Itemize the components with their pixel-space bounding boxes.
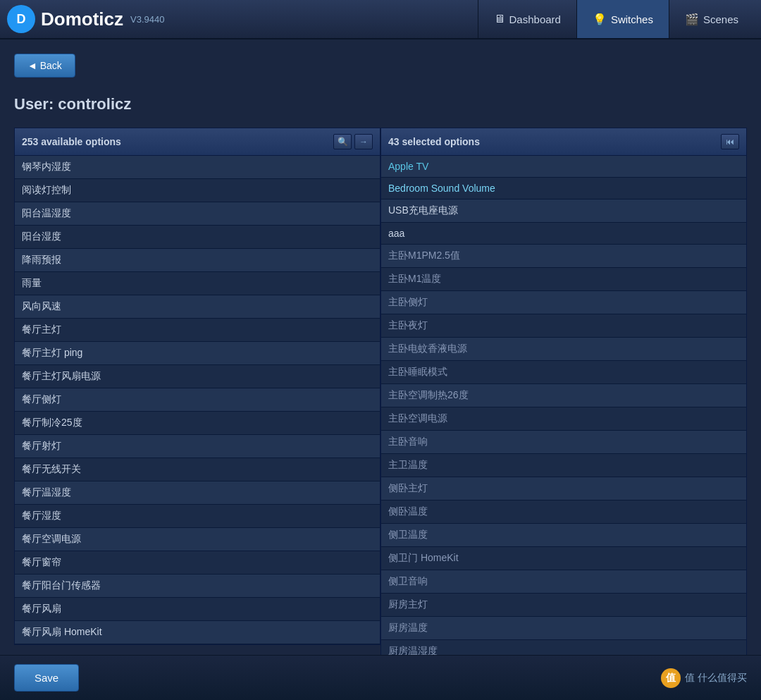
footer: Save 值 值 什么值得买: [0, 655, 761, 700]
list-item[interactable]: 侧卧主灯: [381, 477, 746, 501]
list-item[interactable]: 侧卫温度: [381, 524, 746, 547]
list-item[interactable]: 钢琴内湿度: [15, 156, 380, 179]
list-item[interactable]: 餐厅空调电源: [15, 528, 380, 551]
add-all-button[interactable]: →: [354, 134, 373, 149]
available-count: 253 available options: [22, 136, 121, 147]
scenes-icon: 🎬: [685, 13, 699, 26]
available-actions: 🔍 →: [333, 134, 373, 149]
list-item[interactable]: USB充电座电源: [381, 199, 746, 223]
main-content: ◄ Back User: controlicz 253 available op…: [0, 39, 761, 700]
lists-container: 253 available options 🔍 → 钢琴内湿度 阅读灯控制 阳台…: [14, 128, 747, 664]
list-item[interactable]: 主卧M1PM2.5值: [381, 245, 746, 268]
app-version: V3.9440: [130, 14, 164, 25]
list-item[interactable]: 主卧M1温度: [381, 268, 746, 291]
dashboard-icon: 🖥: [494, 13, 505, 25]
list-item[interactable]: 侧卫门 HomeKit: [381, 547, 746, 570]
list-item[interactable]: 餐厅主灯: [15, 319, 380, 342]
list-item[interactable]: 餐厅阳台门传感器: [15, 575, 380, 598]
list-item[interactable]: 餐厅无线开关: [15, 458, 380, 481]
app-name: Domoticz: [41, 8, 123, 30]
list-item[interactable]: 厨房主灯: [381, 594, 746, 617]
watermark-text: 值 什么值得买: [685, 672, 747, 684]
list-item[interactable]: 阳台温湿度: [15, 202, 380, 226]
first-icon: ⏮: [726, 137, 734, 147]
nav-tabs: 🖥 Dashboard 💡 Switches 🎬 Scenes: [478, 0, 754, 38]
list-item[interactable]: 主卧空调制热26度: [381, 384, 746, 407]
list-item[interactable]: 降雨预报: [15, 249, 380, 272]
available-panel: 253 available options 🔍 → 钢琴内湿度 阅读灯控制 阳台…: [14, 128, 380, 664]
selected-panel: 43 selected options ⏮ Apple TV Bedroom S…: [380, 128, 747, 664]
tab-scenes-label: Scenes: [703, 13, 738, 25]
available-list: 钢琴内湿度 阅读灯控制 阳台温湿度 阳台湿度 降雨预报 雨量 风向风速 餐厅主灯…: [14, 156, 380, 645]
list-item[interactable]: 风向风速: [15, 295, 380, 319]
watermark-icon: 值: [661, 668, 681, 688]
tab-dashboard[interactable]: 🖥 Dashboard: [478, 0, 576, 38]
logo-icon: D: [7, 5, 35, 33]
list-item[interactable]: 侧卧温度: [381, 501, 746, 524]
tab-switches-label: Switches: [611, 13, 653, 25]
list-item[interactable]: 主卧夜灯: [381, 314, 746, 338]
selected-list: Apple TV Bedroom Sound Volume USB充电座电源 a…: [380, 156, 747, 664]
list-item[interactable]: 主卫温度: [381, 454, 746, 477]
list-item[interactable]: 餐厅湿度: [15, 505, 380, 528]
list-item[interactable]: 阅读灯控制: [15, 179, 380, 202]
search-icon: 🔍: [338, 137, 348, 147]
list-item[interactable]: 餐厅风扇: [15, 598, 380, 621]
list-item[interactable]: Apple TV: [381, 156, 746, 178]
list-item[interactable]: 餐厅制冷25度: [15, 412, 380, 435]
list-item[interactable]: 主卧电蚊香液电源: [381, 338, 746, 361]
add-all-icon: →: [359, 137, 368, 147]
list-item[interactable]: 侧卫音响: [381, 570, 746, 594]
selected-count: 43 selected options: [388, 136, 480, 147]
tab-scenes[interactable]: 🎬 Scenes: [669, 0, 754, 38]
list-item[interactable]: 主卧空调电源: [381, 407, 746, 431]
tab-dashboard-label: Dashboard: [509, 13, 561, 25]
switches-icon: 💡: [593, 13, 607, 26]
list-item[interactable]: Bedroom Sound Volume: [381, 178, 746, 199]
save-button[interactable]: Save: [14, 664, 79, 692]
list-item[interactable]: 餐厅风扇 HomeKit: [15, 621, 380, 644]
back-button[interactable]: ◄ Back: [14, 54, 75, 78]
app-header: D Domoticz V3.9440 🖥 Dashboard 💡 Switche…: [0, 0, 761, 39]
list-item[interactable]: 餐厅主灯 ping: [15, 342, 380, 365]
list-item[interactable]: 餐厅主灯风扇电源: [15, 365, 380, 388]
first-button[interactable]: ⏮: [721, 134, 739, 149]
tab-switches[interactable]: 💡 Switches: [576, 0, 669, 38]
selected-actions: ⏮: [721, 134, 739, 149]
watermark: 值 值 什么值得买: [661, 668, 747, 688]
list-item[interactable]: 主卧侧灯: [381, 291, 746, 314]
list-item[interactable]: 餐厅窗帘: [15, 551, 380, 575]
list-item[interactable]: 餐厅射灯: [15, 435, 380, 458]
list-item[interactable]: 雨量: [15, 272, 380, 295]
list-item[interactable]: aaa: [381, 223, 746, 245]
available-header: 253 available options 🔍 →: [14, 128, 380, 156]
list-item[interactable]: 主卧睡眠模式: [381, 361, 746, 384]
list-item[interactable]: 阳台湿度: [15, 226, 380, 249]
logo-area: D Domoticz V3.9440: [7, 5, 478, 33]
list-item[interactable]: 厨房温度: [381, 617, 746, 640]
list-item[interactable]: 餐厅温湿度: [15, 481, 380, 505]
page-title: User: controlicz: [14, 95, 747, 113]
selected-header: 43 selected options ⏮: [380, 128, 747, 156]
list-item[interactable]: 主卧音响: [381, 431, 746, 454]
search-button[interactable]: 🔍: [333, 134, 352, 149]
list-item[interactable]: 餐厅侧灯: [15, 388, 380, 412]
